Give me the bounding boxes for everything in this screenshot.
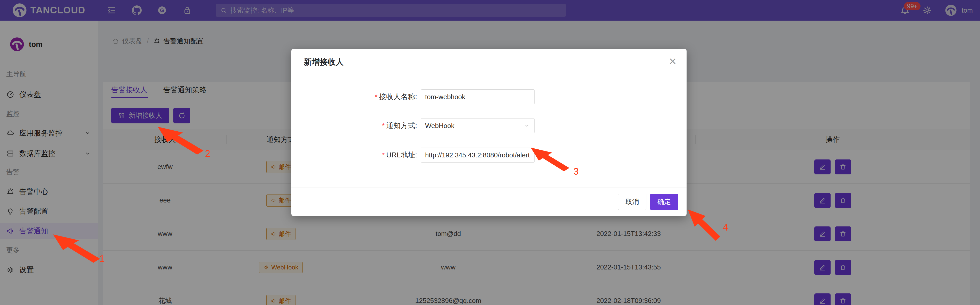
close-icon[interactable]: × [669,54,676,69]
annotation-label-4: 4 [723,222,728,233]
url-label: *URL地址: [291,148,417,162]
notify-method-value: WebHook [425,122,455,130]
receiver-name-field[interactable] [421,89,535,104]
add-receiver-modal: 新增接收人 × *接收人名称: *通知方式: WebHook *URL地址: 取… [291,49,687,216]
required-asterisk: * [375,93,377,101]
select-chevron-icon [523,122,530,129]
annotation-arrow-2 [158,127,204,154]
annotation-label-2: 2 [205,148,210,159]
required-asterisk: * [382,122,385,130]
annotation-arrow-1 [53,234,100,263]
annotation-label-1: 1 [99,254,105,264]
receiver-name-label: *接收人名称: [291,89,417,104]
confirm-button[interactable]: 确定 [650,194,678,210]
notify-method-select[interactable]: WebHook [421,118,535,133]
required-asterisk: * [382,151,385,159]
cancel-button[interactable]: 取消 [618,194,646,210]
notify-method-label: *通知方式: [291,118,417,133]
url-field[interactable] [421,148,535,162]
annotation-label-3: 3 [573,166,579,177]
annotation-arrow-3 [531,148,570,171]
modal-title: 新增接收人 [304,49,344,75]
annotation-arrow-4 [688,210,720,241]
